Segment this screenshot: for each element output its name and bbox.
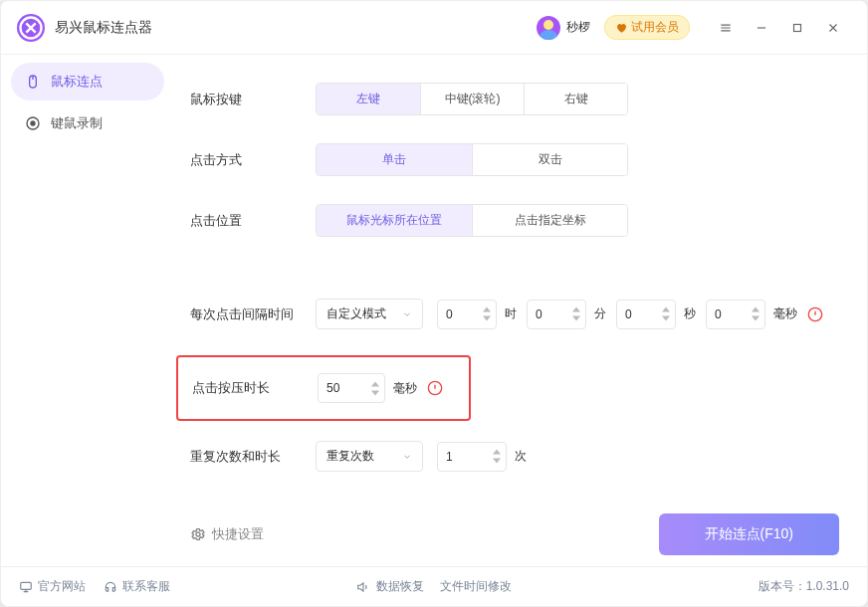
quick-settings-link[interactable]: 快捷设置 bbox=[190, 525, 264, 543]
mouse-icon bbox=[25, 74, 41, 90]
select-value: 重复次数 bbox=[326, 448, 374, 465]
link-official-site[interactable]: 官方网站 bbox=[19, 578, 86, 595]
app-window: 易兴鼠标连点器 秒椤 试用会员 鼠标连点 键鼠 bbox=[0, 0, 868, 607]
monitor-icon bbox=[19, 580, 33, 594]
select-interval-mode[interactable]: 自定义模式 bbox=[316, 299, 423, 329]
sidebar-item-label: 键鼠录制 bbox=[51, 114, 103, 132]
spinner[interactable] bbox=[482, 305, 492, 322]
quick-label: 快捷设置 bbox=[212, 525, 264, 543]
seg-middle[interactable]: 中键(滚轮) bbox=[420, 84, 524, 114]
spinner[interactable] bbox=[661, 305, 671, 322]
vip-label: 试用会员 bbox=[631, 19, 679, 36]
seg-cursor-pos[interactable]: 鼠标光标所在位置 bbox=[317, 205, 472, 236]
label-interval: 每次点击间隔时间 bbox=[190, 305, 316, 323]
unit-seconds: 秒 bbox=[684, 305, 696, 322]
unit-ms: 毫秒 bbox=[773, 305, 797, 322]
spinner[interactable] bbox=[751, 305, 760, 322]
statusbar: 官方网站 联系客服 数据恢复 文件时间修改 版本号：1.0.31.0 bbox=[1, 566, 867, 606]
label-click-pos: 点击位置 bbox=[190, 212, 316, 230]
input-seconds[interactable]: 0 bbox=[616, 300, 676, 329]
spinner[interactable] bbox=[571, 305, 581, 322]
headset-icon bbox=[104, 580, 117, 594]
input-press-ms[interactable]: 50 bbox=[318, 373, 385, 403]
username: 秒椤 bbox=[566, 19, 590, 36]
press-duration-highlight: 点击按压时长 50 毫秒 bbox=[176, 355, 471, 421]
seg-click-pos: 鼠标光标所在位置 点击指定坐标 bbox=[316, 204, 628, 237]
input-repeat-count[interactable]: 1 bbox=[437, 442, 507, 472]
link-data-recover[interactable]: 数据恢复 bbox=[357, 578, 424, 595]
label-press: 点击按压时长 bbox=[178, 379, 318, 397]
sidebar: 鼠标连点 键鼠录制 bbox=[1, 55, 172, 566]
seg-left[interactable]: 左键 bbox=[317, 84, 420, 114]
svg-rect-1 bbox=[794, 24, 801, 31]
seg-double[interactable]: 双击 bbox=[472, 144, 627, 175]
seg-click-mode: 单击 双击 bbox=[316, 143, 628, 176]
link-file-time[interactable]: 文件时间修改 bbox=[440, 578, 512, 595]
unit-repeat: 次 bbox=[515, 448, 527, 465]
sidebar-item-auto-click[interactable]: 鼠标连点 bbox=[11, 63, 164, 101]
warn-icon bbox=[807, 306, 823, 322]
chevron-down-icon bbox=[402, 309, 412, 319]
unit-press: 毫秒 bbox=[393, 380, 417, 397]
speaker-icon bbox=[357, 580, 371, 594]
minimize-button[interactable] bbox=[744, 10, 779, 46]
input-minutes[interactable]: 0 bbox=[527, 300, 586, 329]
input-hours[interactable]: 0 bbox=[437, 300, 497, 329]
close-button[interactable] bbox=[815, 10, 851, 46]
vip-badge[interactable]: 试用会员 bbox=[604, 15, 690, 40]
label-mouse-key: 鼠标按键 bbox=[190, 91, 316, 108]
select-value: 自定义模式 bbox=[326, 305, 386, 322]
menu-button[interactable] bbox=[708, 10, 744, 46]
chevron-down-icon bbox=[402, 452, 412, 462]
label-click-mode: 点击方式 bbox=[190, 151, 316, 169]
maximize-button[interactable] bbox=[779, 10, 815, 46]
svg-rect-8 bbox=[21, 582, 32, 589]
app-title: 易兴鼠标连点器 bbox=[55, 19, 152, 37]
sidebar-item-record[interactable]: 键鼠录制 bbox=[11, 104, 164, 142]
unit-hours: 时 bbox=[505, 305, 517, 322]
seg-mouse-key: 左键 中键(滚轮) 右键 bbox=[316, 83, 628, 115]
app-logo-icon bbox=[17, 14, 45, 42]
heart-icon bbox=[615, 22, 627, 34]
input-ms[interactable]: 0 bbox=[706, 300, 765, 329]
sidebar-item-label: 鼠标连点 bbox=[51, 73, 103, 91]
spinner[interactable] bbox=[370, 380, 380, 397]
svg-point-7 bbox=[196, 532, 200, 536]
gear-icon bbox=[190, 526, 206, 542]
label-repeat: 重复次数和时长 bbox=[190, 448, 316, 466]
avatar[interactable] bbox=[537, 16, 560, 40]
warn-icon bbox=[427, 380, 443, 396]
svg-point-4 bbox=[31, 121, 35, 125]
version-label: 版本号：1.0.31.0 bbox=[759, 578, 849, 595]
unit-minutes: 分 bbox=[594, 305, 606, 322]
seg-right[interactable]: 右键 bbox=[524, 84, 627, 114]
titlebar: 易兴鼠标连点器 秒椤 试用会员 bbox=[1, 1, 867, 55]
link-support[interactable]: 联系客服 bbox=[104, 578, 170, 595]
spinner[interactable] bbox=[492, 448, 502, 465]
start-button[interactable]: 开始连点(F10) bbox=[659, 513, 839, 555]
seg-coord-pos[interactable]: 点击指定坐标 bbox=[472, 205, 627, 236]
record-icon bbox=[25, 115, 41, 131]
select-repeat-mode[interactable]: 重复次数 bbox=[316, 441, 423, 472]
seg-single[interactable]: 单击 bbox=[317, 144, 472, 175]
main-panel: 鼠标按键 左键 中键(滚轮) 右键 点击方式 单击 双击 点击位置 鼠标光 bbox=[172, 55, 867, 566]
